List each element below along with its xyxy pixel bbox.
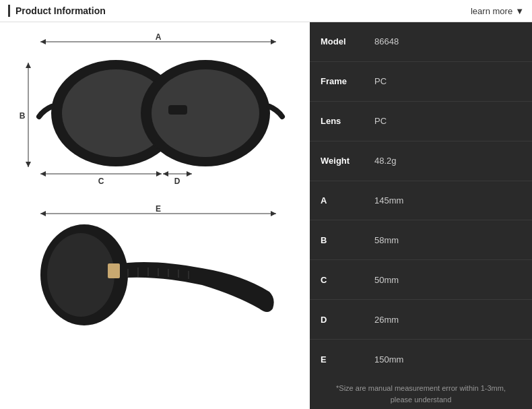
spec-label: B <box>310 220 364 260</box>
spec-note: *Size are manual measurement error withi… <box>310 379 532 409</box>
svg-marker-18 <box>40 211 46 216</box>
table-row: B58mm <box>310 220 532 260</box>
specs-table-container: Model86648FramePCLensPCWeight48.2gA145mm… <box>310 22 532 379</box>
note-line2: please understand <box>391 396 452 404</box>
svg-rect-22 <box>108 263 120 278</box>
dim-e-label: E <box>156 204 161 214</box>
table-row: C50mm <box>310 260 532 300</box>
spec-value: 26mm <box>364 300 532 340</box>
header-divider <box>8 5 10 17</box>
specs-container: Model86648FramePCLensPCWeight48.2gA145mm… <box>310 22 532 409</box>
header-left: Product Information <box>8 5 106 17</box>
table-row: LensPC <box>310 101 532 141</box>
spec-value: PC <box>364 61 532 101</box>
page-title: Product Information <box>15 5 106 16</box>
spec-label: E <box>310 340 364 379</box>
spec-label: C <box>310 260 364 300</box>
main-content: A B <box>0 22 532 409</box>
spec-value: 58mm <box>364 220 532 260</box>
page-header: Product Information learn more ▼ <box>0 0 532 22</box>
left-panel: A B <box>0 22 310 409</box>
svg-marker-5 <box>26 162 31 167</box>
spec-label: Weight <box>310 141 364 181</box>
svg-marker-2 <box>271 39 276 44</box>
learn-more-button[interactable]: learn more ▼ <box>471 6 524 16</box>
spec-value: 150mm <box>364 340 532 379</box>
spec-value: 86648 <box>364 22 532 61</box>
side-view-diagram: E <box>13 197 296 346</box>
spec-label: D <box>310 300 364 340</box>
svg-marker-4 <box>26 63 31 68</box>
dim-d-label: D <box>174 177 180 186</box>
svg-marker-12 <box>40 171 46 177</box>
spec-label: A <box>310 181 364 220</box>
side-view-svg: E <box>13 204 296 339</box>
svg-point-9 <box>152 69 259 157</box>
table-row: FramePC <box>310 61 532 101</box>
table-row: D26mm <box>310 300 532 340</box>
dropdown-icon: ▼ <box>515 6 524 16</box>
spec-label: Frame <box>310 61 364 101</box>
front-view-svg: A B <box>13 32 296 187</box>
spec-value: 50mm <box>364 260 532 300</box>
svg-point-21 <box>47 233 114 317</box>
svg-marker-13 <box>156 171 162 177</box>
spec-label: Model <box>310 22 364 61</box>
right-panel: Model86648FramePCLensPCWeight48.2gA145mm… <box>310 22 532 409</box>
spec-table: Model86648FramePCLensPCWeight48.2gA145mm… <box>310 22 532 379</box>
svg-marker-16 <box>187 171 192 177</box>
dim-a-label: A <box>156 32 162 42</box>
spec-label: Lens <box>310 101 364 141</box>
table-row: A145mm <box>310 181 532 220</box>
dim-c-label: C <box>98 177 104 186</box>
spec-value: 145mm <box>364 181 532 220</box>
front-view-diagram: A B <box>13 29 296 191</box>
svg-rect-10 <box>168 105 187 115</box>
spec-value: 48.2g <box>364 141 532 181</box>
svg-marker-15 <box>163 171 168 177</box>
note-line1: *Size are manual measurement error withi… <box>336 384 506 392</box>
svg-marker-1 <box>40 39 46 44</box>
table-row: Model86648 <box>310 22 532 61</box>
spec-value: PC <box>364 101 532 141</box>
svg-marker-19 <box>271 211 276 216</box>
table-row: E150mm <box>310 340 532 379</box>
table-row: Weight48.2g <box>310 141 532 181</box>
dim-b-label: B <box>20 111 26 121</box>
learn-more-label: learn more <box>471 6 512 16</box>
